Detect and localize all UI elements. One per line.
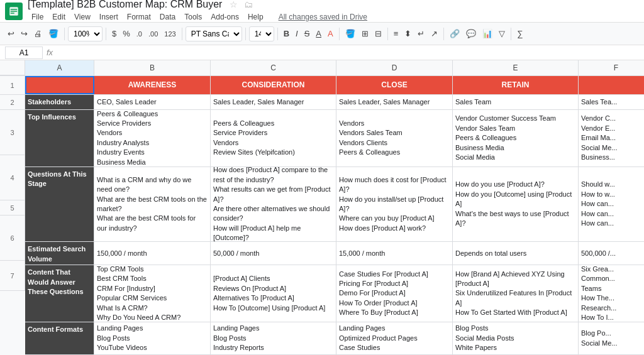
cell-f6[interactable]: Six Grea... Common... Teams How The... R… — [579, 265, 644, 322]
decimal00-button[interactable]: .00 — [146, 29, 160, 39]
underline-button[interactable]: A — [313, 28, 324, 40]
cell-f7[interactable]: Blog Po... Social Me... — [579, 322, 644, 354]
merge-button[interactable]: ⊟ — [372, 28, 384, 40]
bold-button[interactable]: B — [281, 28, 292, 40]
align-button[interactable]: ≡ — [391, 28, 401, 40]
cell-d4[interactable]: How much does it cost for [Product A]? H… — [336, 167, 453, 241]
menu-format[interactable]: Format — [123, 11, 155, 23]
cell-c3[interactable]: Peers & Colleagues Service Providers Ven… — [211, 110, 336, 167]
paint-format-button[interactable]: 🪣 — [46, 28, 61, 40]
menu-file[interactable]: File — [28, 11, 47, 23]
cell-e7[interactable]: Blog Posts Social Media Posts White Pape… — [453, 322, 579, 354]
chart-button[interactable]: 📊 — [480, 28, 495, 40]
menu-addons[interactable]: Add-ons — [207, 11, 243, 23]
star-icon[interactable]: ☆ — [230, 0, 238, 9]
cell-b3[interactable]: Peers & Colleagues Service Providers Ven… — [94, 110, 211, 167]
textwrap-button[interactable]: ↵ — [415, 28, 427, 40]
menu-help[interactable]: Help — [244, 11, 267, 23]
cell-reference-input[interactable] — [5, 46, 43, 59]
cell-e2[interactable]: Sales Team — [453, 95, 579, 109]
cell-a7[interactable]: Content Formats — [25, 322, 94, 354]
print-button[interactable]: 🖨 — [31, 28, 45, 40]
divider9 — [511, 28, 511, 40]
row-num-1[interactable]: 1 — [0, 76, 25, 95]
cell-d5[interactable]: 15,000 / month — [336, 242, 453, 265]
menu-insert[interactable]: Insert — [96, 11, 122, 23]
cell-a4[interactable]: Questions At This Stage — [25, 167, 94, 241]
cell-a2[interactable]: Stakeholders — [25, 95, 94, 109]
formula-input[interactable] — [57, 46, 639, 59]
cell-e5[interactable]: Depends on total users — [453, 242, 579, 265]
fontsize-select[interactable]: 14 — [249, 26, 274, 41]
cell-a1[interactable] — [25, 76, 94, 94]
menu-tools[interactable]: Tools — [180, 11, 206, 23]
borders-button[interactable]: ⊞ — [359, 28, 371, 40]
col-header-e[interactable]: E — [453, 60, 579, 75]
cell-d7[interactable]: Landing Pages Optimized Product Pages Ca… — [336, 322, 453, 354]
zoom-select[interactable]: 100% — [68, 26, 103, 41]
menu-view[interactable]: View — [70, 11, 94, 23]
cell-f2[interactable]: Sales Tea... — [579, 95, 644, 109]
strikethrough-button[interactable]: S — [302, 28, 313, 40]
fillcolor-button[interactable]: 🪣 — [343, 28, 358, 40]
folder-icon[interactable]: 🗂 — [244, 0, 253, 9]
cell-c4[interactable]: How does [Product A] compare to the rest… — [211, 167, 336, 241]
redo-button[interactable]: ↪ — [18, 28, 30, 40]
cell-f3[interactable]: Vendor C... Vendor E... Email Ma... Soci… — [579, 110, 644, 167]
col-header-d[interactable]: D — [336, 60, 453, 75]
spreadsheet: A B C D E F 1 2 3 4 5 6 7 AWARENESS CONS… — [0, 60, 644, 355]
currency-button[interactable]: $ — [109, 28, 119, 40]
font-select[interactable]: PT Sans Ca... — [186, 26, 242, 41]
menu-data[interactable]: Data — [156, 11, 179, 23]
cell-d1[interactable]: CLOSE — [336, 76, 453, 94]
cell-d2[interactable]: Sales Leader, Sales Manager — [336, 95, 453, 109]
cell-b7[interactable]: Landing Pages Blog Posts YouTube Videos — [94, 322, 211, 354]
cell-a5[interactable]: Estimated Search Volume — [25, 242, 94, 265]
cell-b4[interactable]: What is a CRM and why do we need one? Wh… — [94, 167, 211, 241]
cell-b2[interactable]: CEO, Sales Leader — [94, 95, 211, 109]
undo-button[interactable]: ↩ — [5, 28, 17, 40]
col-header-c[interactable]: C — [211, 60, 336, 75]
menu-edit[interactable]: Edit — [48, 11, 69, 23]
comment-button[interactable]: 💬 — [464, 28, 479, 40]
row-num-6[interactable]: 6 — [0, 216, 25, 261]
link-button[interactable]: 🔗 — [447, 28, 462, 40]
cell-e6[interactable]: How [Brand A] Achieved XYZ Using [Produc… — [453, 265, 579, 322]
cell-e4[interactable]: How do you use [Product A]? How do you [… — [453, 167, 579, 241]
cell-b6[interactable]: Top CRM Tools Best CRM Tools CRM For [In… — [94, 265, 211, 322]
format123-button[interactable]: 123 — [162, 29, 178, 39]
decimal0-button[interactable]: .0 — [134, 29, 145, 39]
cell-c2[interactable]: Sales Leader, Sales Manager — [211, 95, 336, 109]
cell-e3[interactable]: Vendor Customer Success Team Vendor Sale… — [453, 110, 579, 167]
cell-c6[interactable]: [Product A] Clients Reviews On [Product … — [211, 265, 336, 322]
cell-f5[interactable]: 500,000 /... — [579, 242, 644, 265]
cell-c7[interactable]: Landing Pages Blog Posts Industry Report… — [211, 322, 336, 354]
rotate-button[interactable]: ↗ — [428, 28, 440, 40]
col-header-f[interactable]: F — [579, 60, 644, 75]
row-num-4[interactable]: 4 — [0, 155, 25, 200]
doc-title[interactable]: [Template] B2B Customer Map: CRM Buyer — [28, 0, 222, 10]
cell-c5[interactable]: 50,000 / month — [211, 242, 336, 265]
function-button[interactable]: ∑ — [514, 28, 525, 40]
cell-e1[interactable]: RETAIN — [453, 76, 579, 94]
valign-button[interactable]: ⬍ — [402, 28, 414, 40]
cell-a3[interactable]: Top Influences — [25, 110, 94, 167]
cell-f1[interactable] — [579, 76, 644, 94]
row-num-5[interactable]: 5 — [0, 200, 25, 216]
cell-d3[interactable]: Vendors Vendors Sales Team Vendors Clien… — [336, 110, 453, 167]
filter-button[interactable]: ▽ — [496, 28, 508, 40]
row-num-7[interactable]: 7 — [0, 261, 25, 291]
row-num-3[interactable]: 3 — [0, 110, 25, 155]
cell-c1[interactable]: CONSIDERATION — [211, 76, 336, 94]
italic-button[interactable]: I — [293, 28, 301, 40]
percent-button[interactable]: % — [120, 28, 133, 40]
row-num-2[interactable]: 2 — [0, 95, 25, 110]
cell-b1[interactable]: AWARENESS — [94, 76, 211, 94]
cell-b5[interactable]: 150,000 / month — [94, 242, 211, 265]
col-header-b[interactable]: B — [94, 60, 211, 75]
cell-f4[interactable]: Should w... How to w... How can... How c… — [579, 167, 644, 241]
textcolor-button[interactable]: A — [325, 28, 336, 40]
cell-d6[interactable]: Case Studies For [Product A] Pricing For… — [336, 265, 453, 322]
col-header-a[interactable]: A — [25, 60, 94, 75]
cell-a6[interactable]: Content That Would Answer These Question… — [25, 265, 94, 322]
